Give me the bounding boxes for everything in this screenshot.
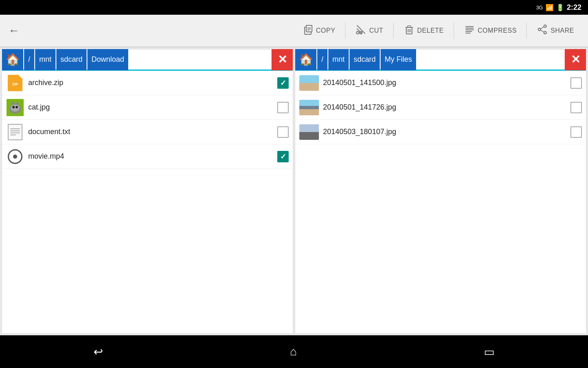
right-seg-sdcard: sdcard: [354, 55, 376, 64]
compress-button[interactable]: COMPRESS: [458, 20, 523, 41]
copy-icon: [302, 24, 314, 38]
copy-button[interactable]: COPY: [296, 20, 341, 41]
clock: 2:22: [567, 3, 581, 12]
toolbar-actions: COPY CUT: [296, 20, 580, 41]
file-checkbox-movie[interactable]: [277, 151, 289, 162]
svg-rect-1: [306, 25, 312, 32]
file-name-movie: movie.mp4: [28, 152, 277, 161]
divider-4: [526, 22, 527, 39]
txt-file-icon: [6, 123, 24, 141]
movie-file-icon: [6, 148, 24, 166]
file-checkbox-photo2[interactable]: [570, 102, 582, 113]
battery-icon: 🔋: [556, 4, 564, 11]
nav-recents-icon: ▭: [484, 346, 494, 358]
nav-home-icon: ⌂: [290, 345, 297, 358]
right-seg-mnt: mnt: [332, 55, 345, 64]
right-breadcrumb-mnt[interactable]: mnt: [328, 49, 349, 70]
delete-icon: [403, 24, 415, 38]
file-checkbox-photo3[interactable]: [570, 126, 582, 138]
left-breadcrumb-mnt[interactable]: mnt: [35, 49, 56, 70]
list-item[interactable]: 20140501_141726.jpg: [295, 95, 586, 120]
status-icons: 3G 📶 🔋 2:22: [536, 3, 581, 12]
svg-point-30: [13, 106, 14, 108]
compress-icon: [464, 24, 475, 38]
nav-back-icon: ↩: [94, 346, 103, 358]
photo3-thumbnail: [299, 124, 319, 140]
cut-label: CUT: [369, 27, 383, 34]
left-close-button[interactable]: ✕: [272, 49, 293, 70]
file-name-archive: archive.zip: [28, 79, 277, 87]
delete-button[interactable]: DELETE: [398, 20, 450, 41]
svg-rect-11: [408, 26, 411, 27]
file-name-document: document.txt: [28, 128, 277, 136]
nav-back-button[interactable]: ↩: [77, 341, 119, 363]
back-button[interactable]: ←: [8, 24, 20, 37]
right-seg-slash: /: [321, 55, 323, 64]
file-name-photo1: 20140501_141500.jpg: [323, 79, 570, 87]
network-indicator: 3G: [536, 4, 543, 11]
left-close-icon: ✕: [278, 53, 287, 66]
cut-button[interactable]: CUT: [350, 20, 389, 41]
list-item[interactable]: ZIP archive.zip: [2, 71, 293, 95]
file-name-cat: cat.jpg: [28, 103, 277, 112]
left-seg-slash: /: [28, 55, 30, 64]
file-checkbox-document[interactable]: [277, 126, 289, 138]
content-area: 🏠 / mnt sdcard Download ✕: [0, 47, 588, 335]
cat-file-icon: [6, 99, 24, 117]
nav-home-button[interactable]: ⌂: [274, 341, 313, 362]
compress-label: COMPRESS: [478, 27, 517, 34]
file-checkbox-cat[interactable]: [277, 102, 289, 113]
right-file-list: 20140501_141500.jpg 20140501_141726.jpg …: [295, 71, 586, 333]
file-checkbox-archive[interactable]: [277, 77, 289, 89]
divider-3: [454, 22, 454, 39]
copy-label: COPY: [316, 27, 335, 34]
left-breadcrumb: 🏠 / mnt sdcard Download ✕: [2, 49, 293, 71]
svg-line-23: [541, 27, 544, 29]
file-checkbox-photo1[interactable]: [570, 77, 582, 89]
svg-point-21: [544, 31, 546, 34]
divider-1: [345, 22, 345, 39]
left-file-list: ZIP archive.zip: [2, 71, 293, 333]
right-breadcrumb-root[interactable]: /: [317, 49, 327, 70]
left-breadcrumb-sdcard[interactable]: sdcard: [56, 49, 87, 70]
left-file-pane: 🏠 / mnt sdcard Download ✕: [2, 49, 293, 334]
home-icon-right: 🏠: [299, 53, 313, 66]
photo2-thumbnail: [299, 100, 319, 115]
left-seg-download: Download: [91, 55, 124, 64]
right-breadcrumb-myfiles[interactable]: My Files: [381, 49, 416, 70]
list-item[interactable]: document.txt: [2, 120, 293, 144]
svg-point-20: [544, 25, 546, 27]
left-seg-mnt: mnt: [39, 55, 51, 64]
share-icon: [537, 24, 548, 38]
svg-point-7: [356, 31, 359, 34]
signal-icon: 📶: [546, 4, 554, 11]
right-home-button[interactable]: 🏠: [295, 49, 316, 70]
list-item[interactable]: movie.mp4: [2, 144, 293, 169]
share-label: SHARE: [550, 27, 574, 34]
right-close-icon: ✕: [571, 53, 580, 66]
svg-point-27: [11, 104, 20, 112]
svg-point-31: [16, 106, 18, 108]
file-name-photo3: 20140503_180107.jpg: [323, 128, 570, 136]
left-breadcrumb-root[interactable]: /: [24, 49, 34, 70]
list-item[interactable]: cat.jpg: [2, 95, 293, 120]
right-breadcrumb: 🏠 / mnt sdcard My Files ✕: [295, 49, 586, 71]
svg-line-24: [541, 30, 544, 32]
photo1-thumbnail: [299, 75, 319, 91]
list-item[interactable]: 20140503_180107.jpg: [295, 120, 586, 144]
home-icon-left: 🏠: [6, 53, 20, 66]
back-arrow-icon: ←: [8, 24, 20, 37]
list-item[interactable]: 20140501_141500.jpg: [295, 71, 586, 95]
right-close-button[interactable]: ✕: [565, 49, 586, 70]
share-button[interactable]: SHARE: [531, 20, 580, 41]
left-seg-sdcard: sdcard: [60, 55, 82, 64]
left-home-button[interactable]: 🏠: [2, 49, 23, 70]
right-breadcrumb-sdcard[interactable]: sdcard: [350, 49, 380, 70]
bottom-navigation: ↩ ⌂ ▭: [0, 335, 588, 368]
left-breadcrumb-download[interactable]: Download: [87, 49, 128, 70]
toolbar: ← COPY: [0, 15, 588, 47]
zip-file-icon: ZIP: [6, 74, 24, 92]
nav-recents-button[interactable]: ▭: [468, 341, 511, 363]
divider-2: [393, 22, 394, 39]
right-file-pane: 🏠 / mnt sdcard My Files ✕ 20140501_14150…: [295, 49, 586, 334]
